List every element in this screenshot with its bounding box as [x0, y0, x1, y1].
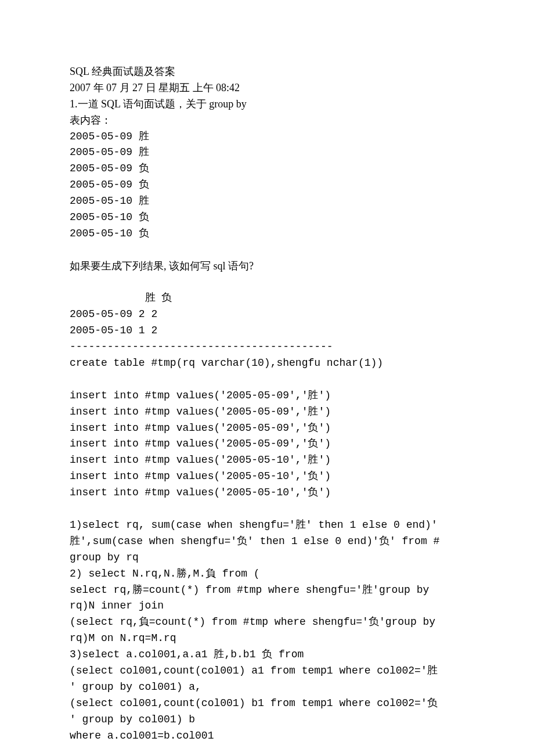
q1-solution-2: rq)N inner join [70, 598, 464, 614]
q1-row: 2005-05-10 胜 [70, 193, 464, 210]
q1-create: create table #tmp(rq varchar(10),shengfu… [70, 355, 464, 372]
q1-result-row: 2005-05-09 2 2 [70, 307, 464, 323]
q1-row: 2005-05-09 负 [70, 161, 464, 177]
q1-table-header: 表内容： [70, 113, 464, 129]
doc-title: SQL 经典面试题及答案 [70, 64, 464, 80]
q1-result-row: 2005-05-10 1 2 [70, 323, 464, 339]
q1-solution-2: 2) select N.rq,N.勝,M.負 from ( [70, 566, 464, 582]
q1-question: 如果要生成下列结果, 该如何写 sql 语句? [70, 258, 464, 275]
q1-row: 2005-05-09 胜 [70, 129, 464, 145]
q1-insert: insert into #tmp values('2005-05-09','负'… [70, 436, 464, 452]
q1-row: 2005-05-10 负 [70, 210, 464, 226]
q1-solution-1: 胜',sum(case when shengfu='负' then 1 else… [70, 534, 464, 550]
blank-line [70, 744, 464, 756]
q1-solution-3: ' group by col001) a, [70, 679, 464, 696]
blank-line [70, 372, 464, 388]
document-page: SQL 经典面试题及答案 2007 年 07 月 27 日 星期五 上午 08:… [0, 0, 534, 756]
q1-solution-3: where a.col001=b.col001 [70, 728, 464, 744]
q1-row: 2005-05-10 负 [70, 226, 464, 242]
q1-insert: insert into #tmp values('2005-05-10','胜'… [70, 452, 464, 469]
q1-insert: insert into #tmp values('2005-05-10','负'… [70, 485, 464, 501]
q1-solution-2: (select rq,負=count(*) from #tmp where sh… [70, 614, 464, 631]
blank-line [70, 242, 464, 258]
q1-solution-2: select rq,勝=count(*) from #tmp where she… [70, 582, 464, 599]
blank-line [70, 275, 464, 291]
q1-insert: insert into #tmp values('2005-05-09','负'… [70, 420, 464, 437]
q1-insert: insert into #tmp values('2005-05-09','胜'… [70, 388, 464, 404]
q1-row: 2005-05-09 胜 [70, 145, 464, 161]
q1-divider: ----------------------------------------… [70, 339, 464, 355]
q1-intro: 1.一道 SQL 语句面试题，关于 group by [70, 96, 464, 113]
q1-solution-1: group by rq [70, 550, 464, 566]
q1-row: 2005-05-09 负 [70, 177, 464, 193]
q1-solution-3: ' group by col001) b [70, 712, 464, 728]
q1-insert: insert into #tmp values('2005-05-09','胜'… [70, 404, 464, 420]
q1-solution-3: (select col001,count(col001) a1 from tem… [70, 663, 464, 679]
q1-insert: insert into #tmp values('2005-05-10','负'… [70, 469, 464, 485]
blank-line [70, 501, 464, 517]
q1-solution-3: (select col001,count(col001) b1 from tem… [70, 696, 464, 712]
q1-solution-3: 3)select a.col001,a.a1 胜,b.b1 负 from [70, 647, 464, 663]
q1-solution-1: 1)select rq, sum(case when shengfu='胜' t… [70, 517, 464, 534]
q1-solution-2: rq)M on N.rq=M.rq [70, 631, 464, 647]
doc-dateline: 2007 年 07 月 27 日 星期五 上午 08:42 [70, 80, 464, 96]
q1-result-header: 胜 负 [70, 290, 464, 307]
